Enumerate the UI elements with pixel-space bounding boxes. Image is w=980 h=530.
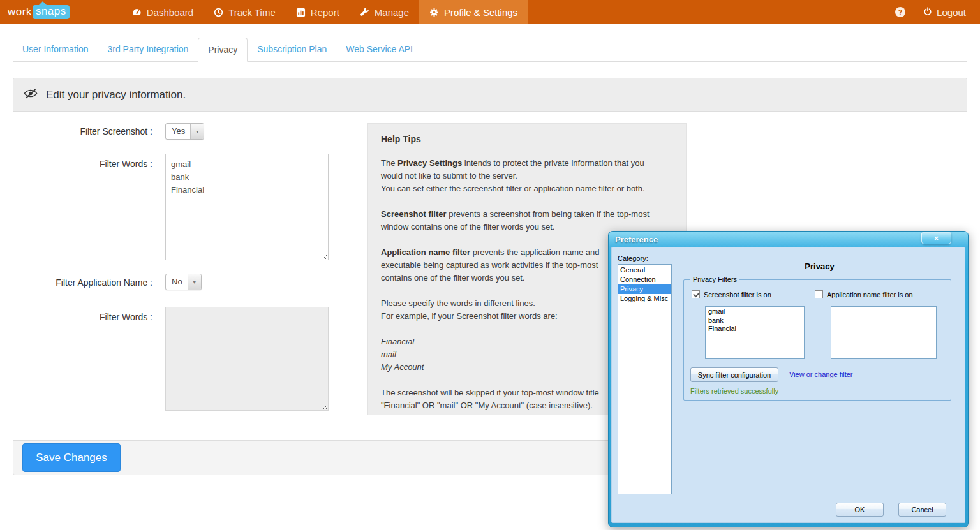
- power-icon: [923, 7, 932, 18]
- ok-button[interactable]: OK: [836, 503, 884, 517]
- cancel-button[interactable]: Cancel: [898, 503, 946, 517]
- category-item-logging-misc[interactable]: Logging & Misc: [618, 294, 671, 304]
- eye-slash-icon: [24, 88, 38, 102]
- clock-icon: [214, 8, 223, 17]
- nav-item-dashboard[interactable]: Dashboard: [122, 0, 204, 24]
- groupbox-label: Privacy Filters: [690, 276, 739, 283]
- app-filter-checkbox-row[interactable]: Application name filter is on: [815, 290, 913, 298]
- status-text: Filters retrieved successfully: [690, 387, 778, 395]
- logout-button[interactable]: Logout: [916, 7, 967, 18]
- nav-item-label: Track Time: [228, 7, 276, 18]
- list-item[interactable]: Financial: [708, 325, 801, 334]
- filter-words-textarea[interactable]: gmail bank Financial: [165, 154, 329, 260]
- screenshot-filter-checkbox-row[interactable]: Screenshot filter is on: [692, 290, 771, 298]
- filter-application-name-select[interactable]: No ▼: [165, 274, 202, 290]
- help-button[interactable]: ?: [885, 7, 916, 17]
- logo-text-work: work: [8, 6, 32, 18]
- app-filter-words-listbox[interactable]: [831, 306, 937, 359]
- dialog-titlebar[interactable]: Preference: [611, 232, 965, 247]
- nav-item-report[interactable]: Report: [286, 0, 350, 24]
- list-item[interactable]: bank: [708, 316, 801, 325]
- page-title: Edit your privacy information.: [46, 89, 186, 101]
- navbar-spacer: [528, 0, 885, 24]
- app-filter-label: Application name filter is on: [827, 291, 913, 298]
- select-value: No: [166, 274, 188, 290]
- bar-chart-icon: [296, 8, 306, 17]
- screenshot-filter-words-listbox[interactable]: gmail bank Financial: [705, 306, 805, 359]
- tab-web-service-api[interactable]: Web Service API: [336, 38, 422, 62]
- nav-item-manage[interactable]: Manage: [350, 0, 419, 24]
- category-label: Category:: [618, 254, 648, 262]
- worksnaps-logo[interactable]: work snaps: [0, 0, 76, 24]
- category-item-connection[interactable]: Connection: [618, 275, 671, 284]
- gear-icon: [429, 8, 439, 17]
- nav-item-label: Profile & Settings: [444, 7, 517, 18]
- screenshot-filter-label: Screenshot filter is on: [704, 291, 771, 298]
- sync-filter-configuration-button[interactable]: Sync filter configuration: [690, 367, 778, 382]
- help-paragraph: The Privacy Settings intends to protect …: [381, 157, 673, 195]
- dialog-title: Preference: [615, 235, 658, 244]
- dialog-body: Category: General Connection Privacy Log…: [611, 247, 965, 523]
- category-item-general[interactable]: General: [618, 265, 671, 275]
- logo-text-snaps: snaps: [33, 5, 70, 19]
- navbar-right: ? Logout: [885, 0, 980, 24]
- save-changes-button[interactable]: Save Changes: [22, 443, 121, 472]
- list-item[interactable]: gmail: [708, 307, 801, 316]
- logout-label: Logout: [937, 7, 966, 18]
- help-icon: ?: [895, 7, 905, 17]
- main-nav: Dashboard Track Time Report Manage Profi…: [122, 0, 528, 24]
- select-value: Yes: [166, 124, 190, 139]
- tab-privacy[interactable]: Privacy: [198, 38, 248, 62]
- chevron-down-icon: ▼: [188, 274, 201, 290]
- filter-application-name-label: Filter Application Name :: [13, 276, 152, 289]
- nav-item-label: Manage: [375, 7, 409, 18]
- filter-screenshot-label: Filter Screenshot :: [13, 125, 152, 138]
- wrench-icon: [360, 8, 369, 17]
- dialog-page-title: Privacy: [682, 261, 957, 271]
- category-listbox: General Connection Privacy Logging & Mis…: [618, 264, 672, 494]
- filter-screenshot-select[interactable]: Yes ▼: [165, 123, 204, 140]
- filter-words-label: Filter Words :: [13, 158, 152, 170]
- tab-3rd-party-integration[interactable]: 3rd Party Integration: [98, 38, 198, 62]
- preference-dialog: Preference × Category: General Connectio…: [608, 231, 969, 527]
- close-icon: ×: [934, 235, 939, 242]
- top-navbar: work snaps Dashboard Track Time Report M…: [0, 0, 980, 24]
- nav-item-profile-settings[interactable]: Profile & Settings: [419, 0, 528, 24]
- checkbox-unchecked-icon[interactable]: [815, 290, 823, 298]
- view-or-change-filter-link[interactable]: View or change filter: [789, 371, 852, 378]
- help-paragraph: Screenshot filter prevents a screenshot …: [381, 208, 673, 233]
- panel-header: Edit your privacy information.: [13, 78, 967, 112]
- category-item-privacy[interactable]: Privacy: [618, 284, 671, 294]
- tab-subscription-plan[interactable]: Subscription Plan: [248, 38, 336, 62]
- tab-user-information[interactable]: User Information: [13, 38, 98, 62]
- filter-app-words-label: Filter Words :: [13, 311, 152, 323]
- dialog-close-button[interactable]: ×: [921, 232, 951, 244]
- dashboard-icon: [132, 8, 142, 17]
- nav-item-label: Report: [311, 7, 339, 18]
- settings-tabs: User Information 3rd Party Integration P…: [13, 38, 967, 62]
- checkbox-checked-icon[interactable]: [692, 290, 700, 298]
- help-tips-title: Help Tips: [381, 134, 673, 144]
- chevron-down-icon: ▼: [190, 124, 204, 139]
- privacy-filters-groupbox: Privacy Filters Screenshot filter is on …: [683, 279, 951, 401]
- filter-app-words-textarea[interactable]: [165, 307, 329, 411]
- nav-item-track-time[interactable]: Track Time: [204, 0, 286, 24]
- nav-item-label: Dashboard: [147, 7, 193, 18]
